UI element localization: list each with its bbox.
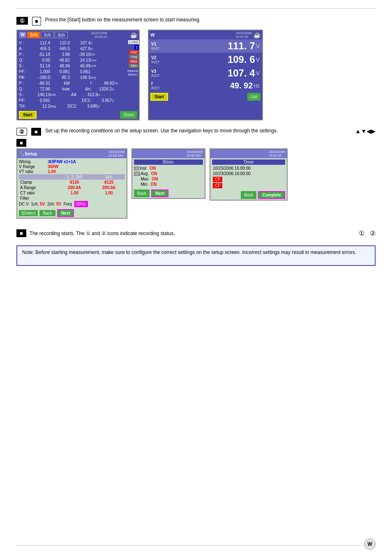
vrange-row: V Range 300W	[19, 164, 125, 169]
volt-row-v3: V3 INST 107. 4 V	[149, 67, 262, 80]
rec-timestamp: 10/23/2006 15:39:463	[187, 150, 203, 157]
meter-footer: Start Zoom	[17, 110, 139, 120]
section3-row: ■ The recording starts. The ① and ② icon…	[16, 229, 376, 237]
left-meter-screen: W 1ch 2ch 3ch 10/23/2006 15:39:23 ☕ V :1…	[16, 30, 140, 120]
left-start-button[interactable]: Start	[19, 111, 37, 119]
section1-label: ■	[32, 17, 41, 25]
max-btn[interactable]: Max	[129, 59, 139, 63]
cf-value2: CF	[213, 183, 222, 188]
cf-value1: CF	[213, 177, 222, 182]
rec-row-avg: W Avg ON	[134, 171, 203, 176]
timer-body: Timer 10/23/2006 15:00:00 10/23/2006 16:…	[210, 158, 287, 190]
timer-val1: 10/23/2006 15:00:00	[212, 166, 285, 171]
volt-footer: Start List	[149, 92, 262, 102]
wiring-row: Wiring ③3P4W x1+1A	[19, 159, 125, 164]
setup-timestamp: 10/23/2006 15:06:154	[108, 150, 125, 157]
vtratio-row: VT ratio 1.00	[19, 169, 125, 174]
cf-row1: CF	[212, 177, 285, 182]
note-box: Note: Before starting measurement, make …	[16, 245, 376, 266]
setup-screens-row: 🔧Setup 10/23/2006 15:06:154 Wiring ③3P4W…	[16, 148, 376, 219]
recording-screen: 10/23/2006 15:39:463 30min. S Inst ON W …	[131, 148, 205, 199]
coffee-icon: ☕	[130, 32, 137, 38]
setup-table: 1, 2, 3ch 4ch Clamp 8125 8125 A Range 20…	[19, 174, 125, 201]
interval-bar: 30min.	[134, 159, 203, 165]
zoom-button[interactable]: Zoom	[120, 111, 137, 119]
tab-w: W	[19, 32, 26, 38]
right-start-button[interactable]: Start	[150, 93, 168, 101]
section1-header: ① ■ Press the [Start] button on the meas…	[16, 17, 376, 25]
right-voltage-screen: W 10/23/2006 15:41:26 ☕ V1 INST 111. 7 V…	[148, 30, 263, 120]
circle-icons: ① ②	[359, 229, 376, 237]
section2-sublabel: ■	[16, 139, 376, 147]
freq-label: Freq	[63, 202, 72, 206]
rec-row-max: W Max ON	[134, 177, 203, 181]
list-button[interactable]: List	[247, 93, 261, 101]
timer-footer: Back Complete	[210, 190, 287, 200]
timer-screen: 10/23/2006 15:07:12 Timer 10/23/2006 15:…	[210, 148, 288, 201]
volt-header: W 10/23/2006 15:41:26 ☕	[149, 30, 262, 39]
timer-title: Timer	[212, 159, 285, 165]
setup-footer: §Detect Back Next	[17, 208, 127, 218]
setup-next-button[interactable]: Next	[57, 209, 74, 217]
section1-description: Press the [Start] button on the measurem…	[45, 17, 376, 23]
section3-description: The recording starts. The ① and ② icons …	[30, 231, 351, 236]
section2-label: ■	[31, 128, 41, 136]
rec-row-inst: S Inst ON	[134, 166, 203, 171]
detect-button[interactable]: §Detect	[19, 210, 38, 216]
meter-tabs: W 1ch 2ch 3ch	[19, 32, 68, 38]
tab-2ch[interactable]: 2ch	[41, 32, 54, 38]
coffee-icon-right: ☕	[254, 32, 261, 38]
min-btn[interactable]: Min	[129, 64, 139, 68]
note-text: Note: Before starting measurement, make …	[22, 249, 356, 255]
volt-timestamp: 10/23/2006 15:41:26	[235, 31, 252, 39]
avg-btn[interactable]: Avg	[129, 55, 139, 59]
section2-container: ② ■ Set up the recording conditions on t…	[16, 128, 376, 219]
top-rule	[16, 8, 376, 9]
section1-num: ①	[16, 17, 28, 25]
setup-back-button[interactable]: Back	[39, 210, 55, 216]
volt-rows: V1 INST 111. 7 V V2 INST 109. 6 V	[149, 39, 262, 92]
rec-next-button[interactable]: Next	[151, 189, 168, 197]
rec-back-button[interactable]: Back	[134, 189, 150, 197]
complete-button[interactable]: Complete	[258, 191, 285, 199]
section2-sublabel-box: ■	[16, 139, 26, 147]
section2-desc: Set up the recording conditions on the s…	[45, 128, 351, 134]
inst-btn[interactable]: Inst	[129, 50, 139, 54]
meter-header: W 1ch 2ch 3ch 10/23/2006 15:39:23 ☕	[17, 30, 139, 39]
timer-timestamp: 10/23/2006 15:07:12	[269, 150, 285, 157]
volt-row-freq: f INST 49. 92 Hz	[149, 80, 262, 92]
section3-container: ■ The recording starts. The ① and ② icon…	[16, 229, 376, 237]
setup-header: 🔧Setup 10/23/2006 15:06:154	[17, 149, 127, 158]
rec-header: 10/23/2006 15:39:463	[132, 149, 205, 158]
volt-row-v1: V1 INST 111. 7 V	[149, 39, 262, 53]
timer-back-button[interactable]: Back	[241, 191, 256, 199]
timer-val2: 10/23/2006 16:00:00	[212, 171, 285, 176]
tab-3ch[interactable]: 3ch	[55, 32, 68, 38]
left-timestamp: 10/23/2006 15:39:23	[91, 31, 107, 39]
load-indicator: 1	[134, 45, 139, 50]
bottom-rule	[16, 545, 376, 546]
section2-num: ②	[16, 128, 27, 136]
section3-label: ■	[16, 229, 26, 237]
setup-body: Wiring ③3P4W x1+1A V Range 300W VT ratio…	[17, 158, 127, 208]
volt-row-v2: V2 INST 109. 6 V	[149, 53, 262, 67]
rec-body: 30min. S Inst ON W Avg ON W Max ON	[132, 158, 205, 189]
arrow-keys-icon: ▲▼◀▶	[355, 128, 376, 134]
cf-row2: CF	[212, 183, 285, 188]
page-marker: W	[364, 538, 376, 550]
tab-1ch[interactable]: 1ch	[27, 32, 40, 38]
rec-footer: Back Next	[132, 189, 205, 198]
setup-logo: 🔧Setup	[19, 151, 37, 157]
load-label: LOAD	[128, 40, 139, 44]
meter-body: V :112.4110.0107.4V A :455.3445.5427.9A …	[17, 39, 139, 110]
setup-screen: 🔧Setup 10/23/2006 15:06:154 Wiring ③3P4W…	[16, 148, 127, 219]
rec-row-min: W Min ON	[134, 182, 203, 187]
interval-label: Interval 30min.	[127, 69, 139, 77]
timer-header: 10/23/2006 15:07:12	[210, 149, 287, 158]
freq-value: 50Hz	[74, 201, 88, 207]
volt-logo: W	[150, 32, 154, 37]
dc-row: DC V 1ch: 5V 2ch: 5V Freq 50Hz	[19, 202, 125, 206]
section2-header: ② ■ Set up the recording conditions on t…	[16, 128, 376, 136]
screens-row: W 1ch 2ch 3ch 10/23/2006 15:39:23 ☕ V :1…	[16, 30, 376, 120]
